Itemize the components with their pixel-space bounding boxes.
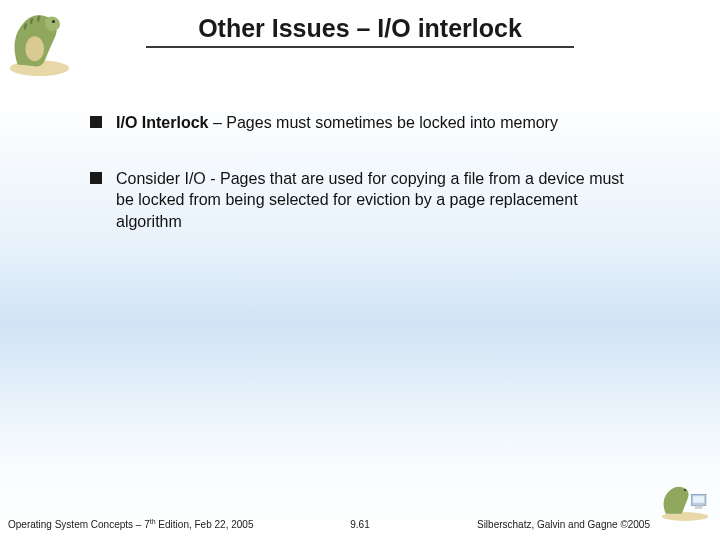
- bullet-text: I/O Interlock – Pages must sometimes be …: [116, 112, 558, 134]
- content-area: I/O Interlock – Pages must sometimes be …: [90, 112, 630, 266]
- bullet-item: Consider I/O - Pages that are used for c…: [90, 168, 630, 233]
- bullet-rest: Consider I/O - Pages that are used for c…: [116, 170, 624, 230]
- square-bullet-icon: [90, 116, 102, 128]
- svg-rect-6: [693, 496, 704, 503]
- bullet-text: Consider I/O - Pages that are used for c…: [116, 168, 630, 233]
- title-underline: [146, 46, 574, 48]
- square-bullet-icon: [90, 172, 102, 184]
- footer-center: 9.61: [0, 519, 720, 530]
- bullet-bold: I/O Interlock: [116, 114, 208, 131]
- dinosaur-logo-bottom-right: [656, 478, 714, 522]
- slide: Other Issues – I/O interlock I/O Interlo…: [0, 0, 720, 540]
- svg-point-4: [684, 489, 686, 491]
- bullet-item: I/O Interlock – Pages must sometimes be …: [90, 112, 630, 134]
- bullet-rest: – Pages must sometimes be locked into me…: [208, 114, 557, 131]
- slide-title: Other Issues – I/O interlock: [0, 14, 720, 43]
- svg-rect-7: [695, 506, 703, 509]
